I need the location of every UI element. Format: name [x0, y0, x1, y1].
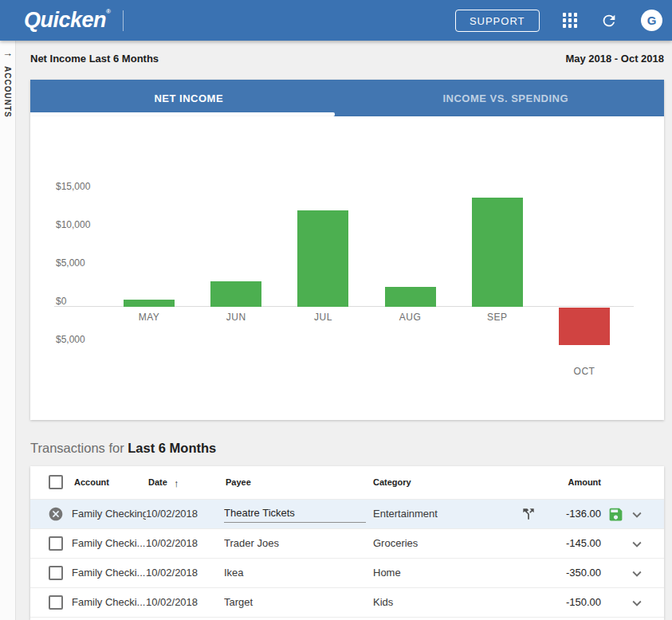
- table-header-row: Account Date ↑ Payee Category Amount: [30, 466, 664, 500]
- amount-cell: -136.00: [529, 508, 601, 520]
- support-button[interactable]: SUPPORT: [455, 10, 540, 32]
- amount-cell: -350.00: [529, 567, 601, 579]
- net-income-chart-card: $15,000$10,000$5,000$0$5,000MAYJUNJULAUG…: [30, 116, 664, 420]
- transaction-row-3[interactable]: Family Checki...10/02/2018IkeaHome-350.0…: [30, 559, 664, 588]
- payee-cell: Trader Joes: [224, 537, 360, 549]
- accounts-label[interactable]: ACCOUNTS: [3, 66, 12, 118]
- quicken-app: Quicken® SUPPORT G → ACCOUNTS Net Income…: [0, 0, 672, 620]
- x-axis-label-may: MAY: [117, 312, 181, 323]
- date-range: May 2018 - Oct 2018: [565, 53, 664, 65]
- quicken-logo[interactable]: Quicken®: [24, 8, 110, 33]
- category-cell: Entertainment: [373, 508, 501, 520]
- x-axis-label-sep: SEP: [466, 312, 529, 323]
- expand-row-chevron-down-icon[interactable]: [628, 594, 646, 615]
- y-axis-tick-0: $15,000: [56, 181, 90, 192]
- bar-sep[interactable]: [472, 198, 523, 307]
- y-axis-tick-2: $5,000: [56, 257, 85, 269]
- row-checkbox[interactable]: [49, 566, 63, 580]
- bar-jun[interactable]: [210, 281, 261, 307]
- y-axis-tick-4: $5,000: [56, 334, 85, 345]
- row-checkbox[interactable]: [49, 595, 63, 610]
- bar-may[interactable]: [124, 300, 175, 307]
- payee-input[interactable]: [224, 504, 366, 523]
- transactions-heading-range: Last 6 Months: [128, 441, 216, 455]
- x-axis-label-oct: OCT: [552, 366, 616, 377]
- expand-row-chevron-down-icon[interactable]: [628, 565, 646, 586]
- expand-row-chevron-down-icon[interactable]: [628, 506, 646, 527]
- tab-net-income[interactable]: NET INCOME: [30, 80, 348, 116]
- y-axis-tick-1: $10,000: [56, 219, 90, 230]
- category-cell: Kids: [373, 596, 501, 608]
- tab-income-vs-spending[interactable]: INCOME VS. SPENDING: [348, 80, 665, 116]
- expand-row-chevron-down-icon[interactable]: [628, 536, 646, 556]
- date-cell: 10/02/2018: [146, 537, 210, 549]
- report-tab-bar: NET INCOME INCOME VS. SPENDING: [30, 80, 664, 116]
- x-axis-label-jun: JUN: [204, 312, 268, 323]
- logo-text: Quicken: [24, 8, 106, 32]
- transaction-row-2[interactable]: Family Checki...10/02/2018Trader JoesGro…: [30, 529, 664, 559]
- row-checkbox[interactable]: [49, 536, 63, 551]
- payee-cell: Ikea: [224, 567, 360, 579]
- bar-aug[interactable]: [385, 287, 436, 307]
- date-cell: 10/02/2018: [146, 567, 210, 579]
- logo-divider: [123, 10, 124, 31]
- sort-ascending-icon[interactable]: ↑: [174, 477, 179, 489]
- date-cell: 10/02/2018: [146, 508, 210, 520]
- account-cell: Family Checki...: [72, 567, 146, 579]
- amount-cell: -145.00: [529, 537, 601, 549]
- avatar[interactable]: G: [641, 10, 662, 31]
- column-header-account[interactable]: Account: [74, 477, 109, 487]
- column-header-amount[interactable]: Amount: [568, 477, 601, 487]
- account-cell: Family Checking: [72, 508, 146, 520]
- expand-sidebar-arrow-icon[interactable]: →: [2, 47, 13, 59]
- date-cell: 10/02/2018: [146, 596, 210, 608]
- category-cell: Home: [373, 567, 501, 579]
- column-header-category[interactable]: Category: [373, 477, 411, 487]
- account-cell: Family Checki...: [72, 596, 146, 608]
- cancel-edit-icon[interactable]: [48, 506, 64, 525]
- amount-cell: -150.00: [529, 596, 601, 608]
- column-header-payee[interactable]: Payee: [226, 477, 251, 487]
- transaction-row-1[interactable]: Family Checking10/02/2018Entertainment-1…: [30, 500, 664, 529]
- net-income-bar-chart: $15,000$10,000$5,000$0$5,000MAYJUNJULAUG…: [30, 116, 664, 420]
- bar-jul[interactable]: [297, 210, 348, 307]
- select-all-checkbox[interactable]: [49, 475, 63, 489]
- x-axis-label-jul: JUL: [291, 312, 355, 323]
- transactions-heading-prefix: Transactions for: [30, 441, 128, 455]
- apps-grid-icon[interactable]: [563, 13, 578, 28]
- category-cell: Groceries: [373, 537, 501, 549]
- account-cell: Family Checki...: [72, 537, 146, 549]
- save-icon[interactable]: [607, 506, 624, 526]
- transactions-heading: Transactions for Last 6 Months: [30, 441, 216, 456]
- transaction-row-4[interactable]: Family Checki...10/02/2018TargetKids-150…: [30, 588, 664, 618]
- bar-oct[interactable]: [559, 308, 610, 345]
- app-header: Quicken® SUPPORT G: [0, 0, 672, 41]
- y-axis-tick-3: $0: [56, 296, 66, 307]
- x-axis-label-aug: AUG: [379, 312, 442, 323]
- column-header-date[interactable]: Date: [148, 477, 167, 487]
- refresh-icon[interactable]: [600, 12, 618, 29]
- payee-cell: Target: [224, 596, 360, 608]
- accounts-rail: → ACCOUNTS: [0, 41, 16, 620]
- page-title: Net Income Last 6 Months: [30, 53, 159, 65]
- transactions-table: Account Date ↑ Payee Category Amount Fam…: [30, 466, 664, 620]
- registered-mark: ®: [106, 8, 110, 15]
